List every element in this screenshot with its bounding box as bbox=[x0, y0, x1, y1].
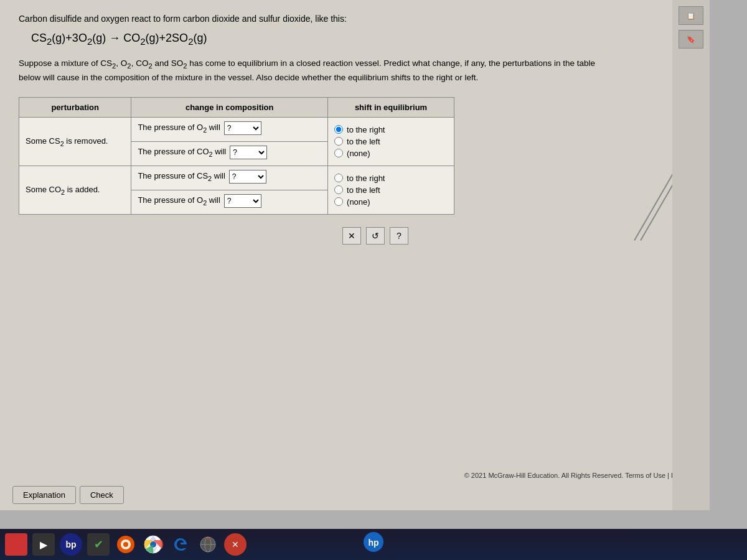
header-change: change in composition bbox=[131, 97, 328, 117]
taskbar-icon-blue[interactable]: bp bbox=[60, 533, 82, 556]
perturbation-2: Some CO2 is added. bbox=[19, 166, 131, 214]
taskbar-icon-1[interactable] bbox=[5, 533, 27, 556]
taskbar-icon-dot[interactable] bbox=[115, 533, 137, 556]
change-cs2-label: The pressure of CS2 will bbox=[138, 171, 225, 182]
change-o2-label: The pressure of O2 will bbox=[138, 123, 220, 134]
shift-none-radio-1[interactable] bbox=[334, 149, 343, 157]
change-co2-select[interactable]: ? increase decrease stay the same bbox=[230, 146, 267, 159]
svg-point-10 bbox=[207, 538, 209, 540]
shift-options-2: to the right to the left (none) bbox=[328, 166, 454, 214]
shift-right-1[interactable]: to the right bbox=[334, 125, 448, 134]
explanation-button[interactable]: Explanation bbox=[12, 486, 76, 504]
taskbar-icon-close[interactable]: ✕ bbox=[224, 533, 247, 556]
taskbar-icon-play[interactable]: ▶ bbox=[32, 533, 55, 556]
header-perturbation: perturbation bbox=[19, 97, 131, 117]
equilibrium-table: perturbation change in composition shift… bbox=[19, 97, 454, 215]
side-panel-btn-1[interactable]: 📋 bbox=[679, 6, 703, 25]
taskbar-icon-check[interactable]: ✔ bbox=[87, 533, 110, 556]
main-content: Carbon disulfide and oxygen react to for… bbox=[0, 0, 710, 510]
shift-right-radio-1[interactable] bbox=[334, 125, 343, 134]
shift-right-radio-2[interactable] bbox=[334, 174, 343, 182]
change-o2-row2-label: The pressure of O2 will bbox=[138, 195, 220, 207]
hp-logo: hp bbox=[361, 531, 386, 555]
shift-left-radio-2[interactable] bbox=[334, 185, 343, 194]
change-o2-select[interactable]: ? increase decrease stay the same bbox=[224, 121, 261, 135]
taskbar: ▶ bp ✔ ✕ bbox=[0, 529, 747, 560]
dialog-buttons: ✕ ↺ ? bbox=[342, 227, 691, 245]
change-o2-row2-select[interactable]: ? increase decrease stay the same bbox=[224, 194, 261, 208]
side-panel: 📋 🔖 bbox=[672, 0, 710, 510]
table-row: Some CO2 is added. The pressure of CS2 w… bbox=[19, 166, 454, 190]
change-cs2-select[interactable]: ? increase decrease stay the same bbox=[229, 170, 266, 184]
change-co2-label: The pressure of CO2 will bbox=[138, 147, 226, 158]
header-shift: shift in equilibrium bbox=[328, 97, 454, 117]
description: Suppose a mixture of CS2, O2, CO2 and SO… bbox=[19, 57, 691, 85]
change-cs2: The pressure of CS2 will ? increase decr… bbox=[131, 166, 328, 190]
change-o2: The pressure of O2 will ? increase decre… bbox=[131, 117, 328, 141]
svg-point-3 bbox=[123, 542, 128, 547]
intro-line1: Carbon disulfide and oxygen react to for… bbox=[19, 12, 691, 26]
bottom-bar: Explanation Check bbox=[0, 486, 710, 504]
shift-none-1[interactable]: (none) bbox=[334, 149, 448, 158]
check-button[interactable]: Check bbox=[80, 486, 124, 504]
reset-button[interactable]: ↺ bbox=[366, 227, 385, 245]
taskbar-icon-edge[interactable] bbox=[169, 533, 192, 556]
copyright: © 2021 McGraw-Hill Education. All Rights… bbox=[464, 472, 697, 479]
shift-none-radio-2[interactable] bbox=[334, 197, 343, 206]
close-button[interactable]: ✕ bbox=[342, 227, 361, 245]
taskbar-icon-globe[interactable] bbox=[197, 533, 219, 556]
shift-left-2[interactable]: to the left bbox=[334, 185, 448, 195]
equation: CS2(g)+3O2(g) → CO2(g)+2SO2(g) bbox=[31, 32, 691, 47]
svg-text:hp: hp bbox=[368, 538, 378, 548]
shift-left-radio-1[interactable] bbox=[334, 137, 343, 146]
shift-left-1[interactable]: to the left bbox=[334, 137, 448, 146]
svg-rect-0 bbox=[10, 538, 22, 551]
shift-right-2[interactable]: to the right bbox=[334, 174, 448, 183]
shift-none-2[interactable]: (none) bbox=[334, 197, 448, 207]
side-panel-btn-2[interactable]: 🔖 bbox=[679, 30, 703, 49]
help-button[interactable]: ? bbox=[390, 227, 408, 245]
table-row: Some CS2 is removed. The pressure of O2 … bbox=[19, 117, 454, 141]
shift-options-1: to the right to the left (none) bbox=[328, 117, 454, 166]
change-o2-row2: The pressure of O2 will ? increase decre… bbox=[131, 190, 328, 214]
perturbation-1: Some CS2 is removed. bbox=[19, 117, 131, 166]
taskbar-icon-chrome[interactable] bbox=[142, 533, 164, 556]
change-co2: The pressure of CO2 will ? increase decr… bbox=[131, 141, 328, 166]
